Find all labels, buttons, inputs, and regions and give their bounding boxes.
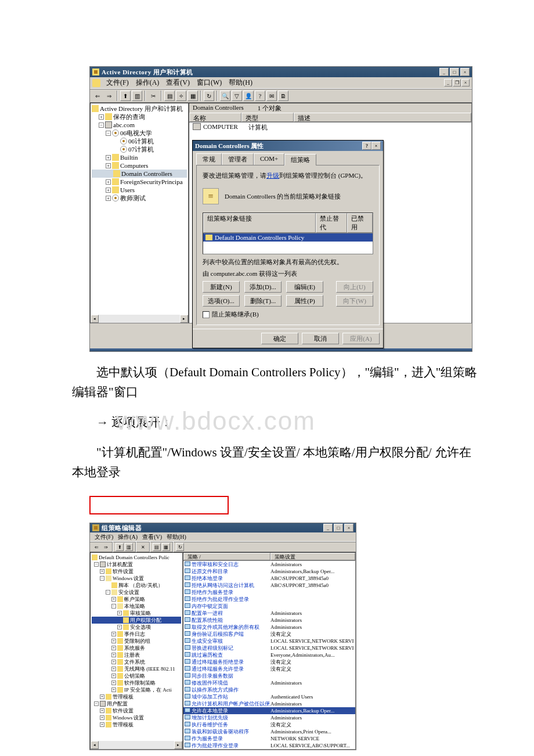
gp-tree-node[interactable]: +软件设置 — [92, 707, 181, 714]
tab-gpo[interactable]: 组策略 — [284, 154, 316, 165]
expand-toggle[interactable]: + — [117, 611, 122, 615]
policy-row[interactable]: 作为批处理作业登录LOCAL SERVICE,ABC\SUPPORT... — [183, 742, 355, 749]
ok-button[interactable]: 确定 — [261, 333, 298, 344]
upgrade-link[interactable]: 升级 — [266, 172, 279, 179]
expand-toggle[interactable]: + — [111, 646, 116, 650]
show-hide-tree-button[interactable]: ▥ — [132, 91, 142, 101]
block-inherit-checkbox[interactable]: 阻止策略继承(B) — [203, 310, 373, 319]
policy-row[interactable]: 通过终端服务允许登录没有定义 — [183, 665, 355, 672]
gp-col-setting[interactable]: 策略设置 — [270, 553, 355, 560]
gp-tree-node[interactable]: +受限制的组 — [92, 638, 181, 645]
filter-button[interactable]: ▽ — [232, 91, 242, 101]
expand-toggle[interactable]: + — [106, 163, 111, 168]
expand-toggle[interactable]: + — [111, 639, 116, 643]
gp-tree-hscroll[interactable]: ◂ ▸ — [91, 741, 182, 749]
gp-tree-node[interactable]: +软件设置 — [92, 568, 181, 575]
gp-tree-node[interactable]: −本地策略 — [92, 603, 181, 610]
expand-toggle[interactable]: + — [106, 196, 111, 201]
tree-pane[interactable]: Active Directory 用户和计算机 +保存的查询−abc.com−0… — [90, 103, 189, 323]
gp-tree-node[interactable]: +文件系统 — [92, 658, 181, 665]
gp-menu-action[interactable]: 操作(A) — [116, 533, 140, 541]
col-type[interactable]: 类型 — [241, 113, 294, 122]
new-gpo-button[interactable]: 新建(N) — [203, 281, 240, 293]
export-button[interactable]: ✉ — [266, 91, 277, 101]
gp-tree-node[interactable]: +安全选项 — [92, 624, 181, 631]
expand-toggle[interactable]: + — [100, 569, 104, 574]
tab-general[interactable]: 常规 — [196, 153, 222, 165]
tree-node[interactable]: +教师测试 — [92, 194, 187, 202]
policy-row[interactable]: 域中添加工作站Authenticated Users — [183, 693, 355, 700]
gp-tree-node[interactable]: −安全设置 — [92, 589, 181, 596]
tree-node[interactable]: +ForeignSecurityPrincipa — [92, 178, 187, 186]
gp-tree-node[interactable]: +无线网络 (IEEE 802.11 — [92, 665, 181, 672]
forward-button[interactable]: ⇒ — [104, 91, 114, 101]
gp-tree-pane[interactable]: Default Domain Controllers Polic −计算机配置+… — [90, 552, 183, 750]
policy-row[interactable]: 配置单一进程Administrators — [183, 610, 355, 617]
gp-tree-node[interactable]: +注册表 — [92, 651, 181, 658]
gp-tree-node[interactable]: +公钥策略 — [92, 672, 181, 679]
policy-row[interactable]: 允许计算机和用户帐户被信任以便用于...Administrators — [183, 700, 355, 707]
expand-toggle[interactable]: + — [100, 722, 104, 727]
policy-row[interactable]: 还原文件和目录Administrators,Backup Oper... — [183, 568, 355, 575]
menu-window[interactable]: 窗口(W) — [193, 78, 225, 88]
expand-toggle[interactable]: + — [111, 660, 116, 664]
policy-row[interactable]: 管理审核和安全日志Administrators — [183, 561, 355, 568]
minimize-button[interactable]: _ — [439, 68, 449, 76]
edit-gpo-button[interactable]: 编辑(E) — [286, 281, 323, 293]
expand-toggle[interactable]: + — [106, 155, 111, 160]
options-button[interactable]: 选项(O)... — [203, 295, 240, 307]
gpo-col-disabled[interactable]: 已禁用 — [347, 213, 373, 233]
find-button[interactable]: 🔍 — [220, 91, 230, 101]
policy-row[interactable]: 取得文件或其他对象的所有权Administrators — [183, 624, 355, 631]
expand-toggle[interactable]: + — [111, 597, 116, 602]
expand-toggle[interactable]: − — [100, 576, 104, 581]
gp-props-button[interactable]: ▤ — [153, 543, 161, 551]
gp-forward-button[interactable]: ⇒ — [102, 543, 110, 551]
gp-tree-button[interactable]: ▥ — [125, 543, 133, 551]
gpo-col-link[interactable]: 组策略对象链接 — [203, 213, 316, 233]
gp-tree-root[interactable]: Default Domain Controllers Polic — [92, 554, 181, 561]
gp-tree-node[interactable]: +系统服务 — [92, 645, 181, 651]
cut-button[interactable]: ✂ — [148, 91, 158, 101]
expand-toggle[interactable]: + — [111, 681, 116, 685]
gp-col-policy[interactable]: 策略 / — [183, 553, 270, 560]
tree-node[interactable]: −abc.com — [92, 121, 187, 129]
properties-button[interactable]: ▤ — [164, 91, 175, 101]
gp-tree-node[interactable]: −用户配置 — [92, 700, 181, 707]
gpo-row-selected[interactable]: Default Domain Controllers Policy — [203, 233, 373, 242]
back-button[interactable]: ⇐ — [92, 91, 103, 101]
dialog-close-button[interactable]: × — [371, 142, 381, 150]
new-button[interactable]: ✧ — [176, 91, 186, 101]
expand-toggle[interactable]: + — [111, 653, 116, 657]
moveup-button[interactable]: 向上(U) — [336, 281, 373, 293]
dialog-titlebar[interactable]: Domain Controllers 属性 ? × — [193, 141, 383, 151]
tree-node[interactable]: 07计算机 — [92, 145, 187, 153]
policy-row[interactable]: 跳过遍历检查Everyone,Administrators,Au... — [183, 651, 355, 658]
expand-toggle[interactable]: − — [106, 590, 110, 595]
gp-close-button[interactable]: × — [344, 524, 353, 532]
tree-node[interactable]: +Users — [92, 186, 187, 194]
gp-tree-node[interactable]: −Windows 设置 — [92, 575, 181, 582]
gp-scroll-right[interactable]: ▸ — [174, 741, 182, 749]
gp-tree-node[interactable]: +事件日志 — [92, 631, 181, 638]
user-button[interactable]: 👤 — [243, 91, 254, 101]
menu-file[interactable]: 文件(F) — [103, 78, 132, 88]
expand-toggle[interactable]: + — [100, 708, 104, 713]
gpo-list[interactable]: 组策略对象链接 禁止替代 已禁用 Default Domain Controll… — [203, 213, 373, 254]
expand-toggle[interactable]: + — [117, 625, 122, 629]
menu-action[interactable]: 操作(A) — [132, 78, 163, 88]
close-button[interactable]: × — [460, 68, 470, 76]
up-button[interactable]: ⬆ — [120, 91, 131, 101]
gpo-properties-button[interactable]: 属性(P) — [286, 295, 323, 307]
expand-toggle[interactable]: − — [99, 123, 104, 128]
policy-row[interactable]: 通过终端服务拒绝登录没有定义 — [183, 658, 355, 665]
tree-hscroll[interactable]: ◂ ▸ — [91, 315, 188, 323]
tree-node[interactable]: −06电视大学 — [92, 129, 187, 137]
policy-row[interactable]: 拒绝作为批处理作业登录 — [183, 596, 355, 603]
tree-node[interactable]: 06计算机 — [92, 137, 187, 145]
expand-toggle[interactable]: − — [94, 701, 99, 706]
gp-up-button[interactable]: ⬆ — [116, 543, 124, 551]
policy-row[interactable]: 修改固件环境值Administrators — [183, 679, 355, 686]
maximize-button[interactable]: □ — [450, 68, 459, 76]
policy-row[interactable]: 允许在本地登录Administrators,Backup Oper... — [183, 707, 355, 714]
